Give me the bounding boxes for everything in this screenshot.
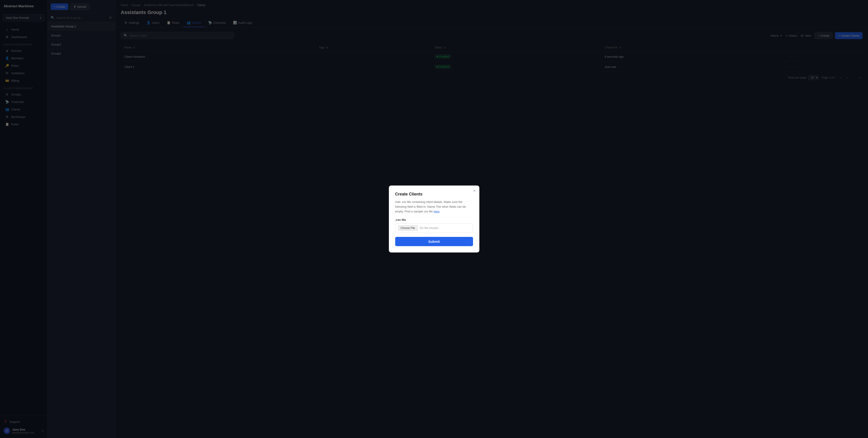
file-input-wrap[interactable]: Choose File No file chosen	[395, 223, 473, 233]
csv-file-label: .csv file	[395, 218, 473, 221]
no-file-text: No file chosen	[420, 226, 438, 230]
modal-title: Create Clients	[395, 192, 473, 197]
submit-button[interactable]: Submit	[395, 237, 473, 246]
modal-here-link[interactable]: here	[434, 210, 439, 213]
modal-close-button[interactable]: ×	[473, 189, 476, 193]
modal-overlay[interactable]: × Create Clients Add .csv file containin…	[0, 0, 868, 438]
create-clients-modal: × Create Clients Add .csv file containin…	[389, 186, 479, 252]
choose-file-button[interactable]: Choose File	[398, 225, 417, 231]
modal-description: Add .csv file containing client details.…	[395, 200, 473, 214]
